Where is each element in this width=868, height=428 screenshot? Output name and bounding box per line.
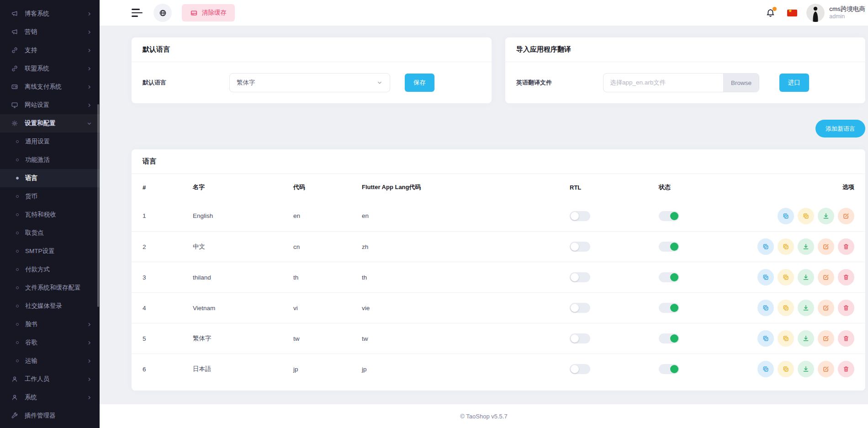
user-info[interactable]: cms跨境电商 admin: [829, 5, 865, 21]
edit-button[interactable]: [818, 238, 834, 255]
toggle-knob: [670, 243, 678, 251]
copy-icon: [762, 335, 769, 342]
download-button[interactable]: [798, 330, 814, 347]
copy-button[interactable]: [757, 269, 774, 285]
copy-alt-button[interactable]: [778, 238, 794, 255]
rtl-toggle[interactable]: [570, 364, 590, 374]
edit-button[interactable]: [838, 208, 854, 224]
sidebar-item-pickup-point[interactable]: 取货点: [0, 224, 100, 242]
sidebar-item-website-settings[interactable]: 网站设置: [0, 96, 100, 114]
sidebar-item-shipping[interactable]: 运输: [0, 352, 100, 370]
rtl-toggle[interactable]: [570, 333, 590, 343]
sidebar-item-filesystem-cache-config[interactable]: 文件系统和缓存配置: [0, 279, 100, 297]
rtl-toggle[interactable]: [570, 272, 590, 282]
delete-button[interactable]: [838, 300, 854, 316]
sidebar-item-payment-methods[interactable]: 付款方式: [0, 260, 100, 279]
user-icon: [11, 375, 19, 383]
add-new-language-button[interactable]: 添加新语言: [815, 120, 865, 137]
copy-button[interactable]: [757, 300, 774, 316]
download-button[interactable]: [798, 300, 814, 316]
sidebar-item-smtp-settings[interactable]: SMTP设置: [0, 242, 100, 260]
sidebar-item-system[interactable]: 系统: [0, 388, 100, 407]
delete-icon: [842, 304, 850, 312]
copy-button[interactable]: [757, 361, 774, 377]
edit-button[interactable]: [818, 300, 834, 316]
cache-disk-icon: [190, 9, 198, 17]
import-button[interactable]: 进口: [779, 74, 809, 92]
sidebar-item-vat-and-tax[interactable]: 瓦特和税收: [0, 206, 100, 224]
row-number: 4: [143, 305, 193, 312]
status-toggle[interactable]: [659, 303, 679, 313]
sidebar-item-offline-payment-system[interactable]: 离线支付系统: [0, 78, 100, 96]
sidebar-item-plugin-manager[interactable]: 插件管理器: [0, 407, 100, 425]
sidebar-item-label: 博客系统: [25, 10, 49, 18]
default-language-select[interactable]: 繁体字: [229, 73, 390, 92]
sidebar-item-google[interactable]: 谷歌: [0, 333, 100, 352]
sidebar-item-staff[interactable]: 工作人员: [0, 370, 100, 388]
status-toggle[interactable]: [659, 333, 679, 343]
status-toggle[interactable]: [659, 272, 679, 282]
delete-button[interactable]: [838, 361, 854, 377]
copy-button[interactable]: [757, 330, 774, 347]
notification-dot: [773, 7, 777, 11]
sidebar-item-feature-activation[interactable]: 功能激活: [0, 151, 100, 169]
sidebar-item-currency[interactable]: 货币: [0, 187, 100, 206]
browse-button[interactable]: Browse: [723, 74, 759, 92]
hamburger-menu-icon[interactable]: [132, 9, 143, 17]
copy-alt-button[interactable]: [778, 361, 794, 377]
delete-button[interactable]: [838, 269, 854, 285]
sidebar-item-general-settings[interactable]: 通用设置: [0, 132, 100, 151]
chevron-right-icon: [86, 29, 92, 35]
table-row: 5繁体字twtw: [132, 323, 865, 354]
sidebar-item-settings-and-config[interactable]: 设置和配置: [0, 114, 100, 132]
sidebar-scrollbar[interactable]: [97, 104, 99, 307]
download-button[interactable]: [818, 208, 834, 224]
delete-icon: [842, 335, 850, 342]
bullet-icon: [16, 140, 19, 143]
sidebar-item-affiliate-system[interactable]: 联盟系统: [0, 59, 100, 78]
sidebar-item-facebook[interactable]: 脸书: [0, 315, 100, 333]
notifications-button[interactable]: [766, 8, 775, 18]
rtl-toggle[interactable]: [570, 211, 590, 221]
link-icon: [11, 47, 19, 54]
save-button[interactable]: 保存: [405, 74, 434, 92]
delete-button[interactable]: [838, 238, 854, 255]
rtl-toggle[interactable]: [570, 303, 590, 313]
copy-icon: [782, 243, 789, 250]
download-button[interactable]: [798, 361, 814, 377]
status-toggle[interactable]: [659, 364, 679, 374]
copy-button[interactable]: [778, 208, 794, 224]
column-header: #: [143, 184, 193, 191]
edit-button[interactable]: [818, 269, 834, 285]
chevron-right-icon: [86, 102, 92, 108]
copy-alt-button[interactable]: [778, 330, 794, 347]
copy-alt-button[interactable]: [798, 208, 814, 224]
language-code: vi: [293, 305, 362, 312]
avatar[interactable]: [806, 4, 825, 22]
chevron-right-icon: [86, 340, 92, 346]
sidebar-item-social-media-login[interactable]: 社交媒体登录: [0, 297, 100, 315]
toggle-knob: [571, 365, 579, 373]
download-button[interactable]: [798, 238, 814, 255]
sidebar-item-support[interactable]: 支持: [0, 41, 100, 59]
sidebar-item-languages[interactable]: 语言: [0, 169, 100, 187]
copy-alt-button[interactable]: [778, 269, 794, 285]
clear-cache-button[interactable]: 清除缓存: [182, 4, 235, 21]
status-toggle[interactable]: [659, 242, 679, 252]
sidebar-item-blog-system[interactable]: 博客系统: [0, 5, 100, 23]
copy-button[interactable]: [757, 238, 774, 255]
copy-alt-button[interactable]: [778, 300, 794, 316]
download-button[interactable]: [798, 269, 814, 285]
translation-file-input[interactable]: 选择app_en.arb文件 Browse: [603, 73, 759, 92]
bullet-icon: [16, 213, 19, 216]
edit-button[interactable]: [818, 330, 834, 347]
rtl-toggle[interactable]: [570, 242, 590, 252]
delete-button[interactable]: [838, 330, 854, 347]
sidebar-item-marketing[interactable]: 营销: [0, 23, 100, 41]
edit-button[interactable]: [818, 361, 834, 377]
gear-icon: [11, 120, 19, 127]
language-globe-button[interactable]: [153, 4, 172, 22]
translation-file-field-label: 英语翻译文件: [516, 79, 603, 87]
china-flag-icon[interactable]: ★: [787, 10, 797, 16]
status-toggle[interactable]: [659, 211, 679, 221]
